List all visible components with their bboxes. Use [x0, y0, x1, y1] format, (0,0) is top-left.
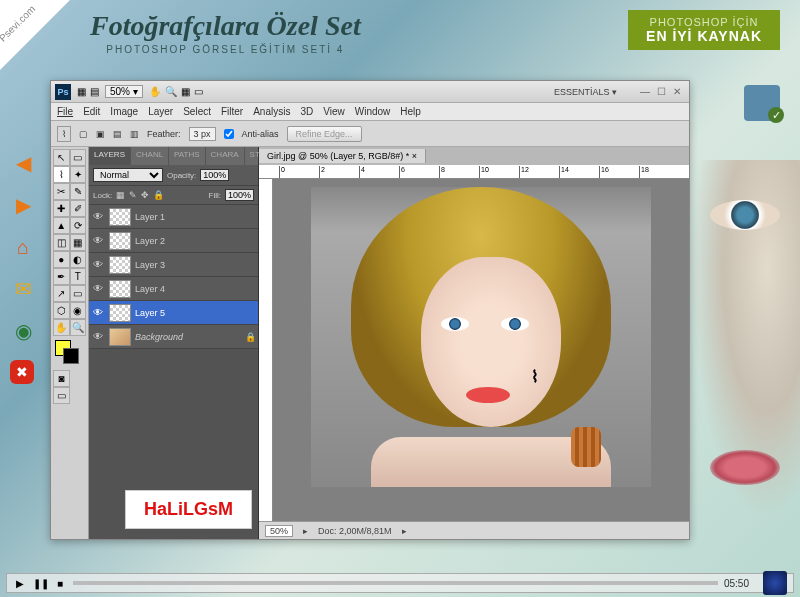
- layer-row[interactable]: 👁Layer 3: [89, 253, 258, 277]
- menu-view[interactable]: View: [323, 106, 345, 117]
- fill-input[interactable]: 100%: [225, 189, 254, 201]
- brush-tool[interactable]: ✐: [70, 200, 87, 217]
- menu-help[interactable]: Help: [400, 106, 421, 117]
- zoom-icon[interactable]: 🔍: [165, 86, 177, 97]
- layer-row-selected[interactable]: 👁Layer 5: [89, 301, 258, 325]
- feather-input[interactable]: 3 px: [189, 127, 216, 141]
- wand-tool[interactable]: ✦: [70, 166, 87, 183]
- rotate-icon[interactable]: ▦: [181, 86, 190, 97]
- eraser-tool[interactable]: ◫: [53, 234, 70, 251]
- seek-bar[interactable]: [73, 581, 718, 585]
- menu-image[interactable]: Image: [110, 106, 138, 117]
- play-button[interactable]: ▶: [13, 578, 27, 589]
- opacity-input[interactable]: 100%: [200, 169, 229, 181]
- lock-paint-icon[interactable]: ✎: [129, 190, 137, 200]
- layer-row[interactable]: 👁Layer 2: [89, 229, 258, 253]
- layer-row[interactable]: 👁Layer 1: [89, 205, 258, 229]
- visibility-icon[interactable]: 👁: [91, 331, 105, 342]
- menu-analysis[interactable]: Analysis: [253, 106, 290, 117]
- doc-tab[interactable]: Girl.jpg @ 50% (Layer 5, RGB/8#) * ×: [259, 149, 426, 163]
- 3dcam-tool[interactable]: ◉: [70, 302, 87, 319]
- tab-channels[interactable]: CHANL: [131, 147, 169, 165]
- visibility-icon[interactable]: 👁: [91, 283, 105, 294]
- status-expand-icon[interactable]: ▸: [303, 526, 308, 536]
- nav-br[interactable]: ▦: [77, 86, 86, 97]
- blend-mode-select[interactable]: Normal: [93, 168, 163, 182]
- move-tool[interactable]: ↖: [53, 149, 70, 166]
- menu-edit[interactable]: Edit: [83, 106, 100, 117]
- titlebar: Ps ▦ ▤ 50% ▾ ✋ 🔍 ▦ ▭ ESSENTİALS ▾ — ☐ ✕: [51, 81, 689, 103]
- menu-file[interactable]: File: [57, 106, 73, 117]
- menu-layer[interactable]: Layer: [148, 106, 173, 117]
- back-icon[interactable]: ◀: [10, 150, 36, 176]
- status-arrow-icon[interactable]: ▸: [402, 526, 407, 536]
- visibility-icon[interactable]: 👁: [91, 211, 105, 222]
- shape-tool[interactable]: ▭: [70, 285, 87, 302]
- refine-edge-button[interactable]: Refine Edge...: [287, 126, 362, 142]
- heal-tool[interactable]: ✚: [53, 200, 70, 217]
- close-button[interactable]: ✕: [669, 86, 685, 97]
- lock-pos-icon[interactable]: ✥: [141, 190, 149, 200]
- marquee-tool[interactable]: ▭: [70, 149, 87, 166]
- stamp-tool[interactable]: ▲: [53, 217, 70, 234]
- screen-icon[interactable]: ▭: [194, 86, 203, 97]
- 3d-tool[interactable]: ⬡: [53, 302, 70, 319]
- maximize-button[interactable]: ☐: [653, 86, 669, 97]
- workspace-switcher[interactable]: ESSENTİALS ▾: [554, 87, 617, 97]
- path-tool[interactable]: ↗: [53, 285, 70, 302]
- mail-icon[interactable]: ✉: [10, 276, 36, 302]
- antialias-checkbox[interactable]: [224, 129, 234, 139]
- visibility-icon[interactable]: 👁: [91, 307, 105, 318]
- lock-trans-icon[interactable]: ▦: [116, 190, 125, 200]
- stop-button[interactable]: ■: [53, 578, 67, 589]
- hand-icon[interactable]: ✋: [149, 86, 161, 97]
- menu-3d[interactable]: 3D: [300, 106, 313, 117]
- home-icon[interactable]: ⌂: [10, 234, 36, 260]
- sel-sub-icon[interactable]: ▤: [113, 129, 122, 139]
- dodge-tool[interactable]: ◐: [70, 251, 87, 268]
- feather-label: Feather:: [147, 129, 181, 139]
- tab-paths[interactable]: PATHS: [169, 147, 205, 165]
- lasso-tool-icon[interactable]: ⌇: [57, 126, 71, 142]
- tab-char[interactable]: CHARA: [206, 147, 245, 165]
- visibility-icon[interactable]: 👁: [91, 259, 105, 270]
- history-tool[interactable]: ⟳: [70, 217, 87, 234]
- lasso-tool[interactable]: ⌇: [53, 166, 70, 183]
- screenmode-tool[interactable]: ▭: [53, 387, 70, 404]
- zoom-tool[interactable]: 🔍: [70, 319, 87, 336]
- bg-eye: [710, 200, 780, 230]
- video-player: ▶ ❚❚ ■ 05:50: [6, 573, 794, 593]
- gradient-tool[interactable]: ▦: [70, 234, 87, 251]
- image-viewport[interactable]: ⌇: [273, 179, 689, 521]
- menu-window[interactable]: Window: [355, 106, 391, 117]
- photo-girl: ⌇: [311, 187, 651, 487]
- close-icon[interactable]: ✖: [10, 360, 34, 384]
- menu-filter[interactable]: Filter: [221, 106, 243, 117]
- quickmask-tool[interactable]: ◙: [53, 370, 70, 387]
- crop-tool[interactable]: ✂: [53, 183, 70, 200]
- minimize-button[interactable]: —: [637, 86, 653, 97]
- sel-new-icon[interactable]: ▢: [79, 129, 88, 139]
- lock-all-icon[interactable]: 🔒: [153, 190, 164, 200]
- status-zoom[interactable]: 50%: [265, 525, 293, 537]
- nav-mb[interactable]: ▤: [90, 86, 99, 97]
- color-swatches[interactable]: [53, 340, 86, 368]
- layer-row[interactable]: 👁Background🔒: [89, 325, 258, 349]
- tab-layers[interactable]: LAYERS: [89, 147, 131, 165]
- visibility-icon[interactable]: 👁: [91, 235, 105, 246]
- layer-row[interactable]: 👁Layer 4: [89, 277, 258, 301]
- hand-tool[interactable]: ✋: [53, 319, 70, 336]
- zoom-combo[interactable]: 50% ▾: [105, 85, 143, 98]
- sel-add-icon[interactable]: ▣: [96, 129, 105, 139]
- pause-button[interactable]: ❚❚: [33, 578, 47, 589]
- pen-tool[interactable]: ✒: [53, 268, 70, 285]
- globe-icon[interactable]: ◉: [10, 318, 36, 344]
- blur-tool[interactable]: ●: [53, 251, 70, 268]
- forward-icon[interactable]: ▶: [10, 192, 36, 218]
- sel-int-icon[interactable]: ▥: [130, 129, 139, 139]
- eyedrop-tool[interactable]: ✎: [70, 183, 87, 200]
- title-sub: PHOTOSHOP GÖRSEL EĞİTİM SETİ 4: [90, 44, 361, 55]
- checklist-icon[interactable]: [744, 85, 780, 121]
- type-tool[interactable]: T: [70, 268, 87, 285]
- menu-select[interactable]: Select: [183, 106, 211, 117]
